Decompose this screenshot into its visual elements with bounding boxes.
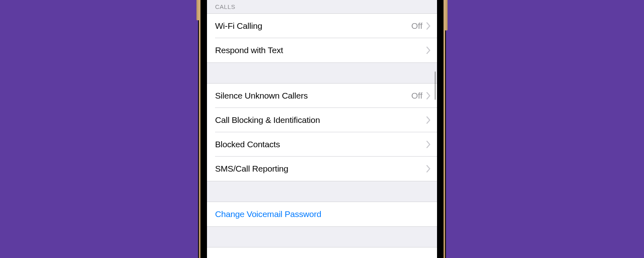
row-label: Silence Unknown Callers — [215, 91, 411, 101]
row-wifi-calling[interactable]: Wi-Fi Calling Off — [207, 14, 437, 38]
row-placeholder[interactable] — [207, 247, 437, 258]
row-silence-unknown-callers[interactable]: Silence Unknown Callers Off — [207, 84, 437, 108]
row-blocked-contacts[interactable]: Blocked Contacts — [207, 132, 437, 157]
row-label: SMS/Call Reporting — [215, 164, 426, 174]
row-label: Respond with Text — [215, 45, 426, 55]
power-button — [445, 0, 448, 30]
chevron-right-icon — [426, 47, 431, 54]
volume-button — [196, 0, 199, 20]
group-spacer — [207, 227, 437, 247]
group-spacer — [207, 181, 437, 202]
settings-screen: CALLS Wi-Fi Calling Off Respond with Tex… — [207, 0, 437, 258]
phone-frame: CALLS Wi-Fi Calling Off Respond with Tex… — [198, 0, 446, 258]
row-respond-with-text[interactable]: Respond with Text — [207, 38, 437, 62]
row-action-label: Change Voicemail Password — [215, 209, 321, 219]
row-label: Call Blocking & Identification — [215, 115, 426, 125]
group-spacer — [207, 63, 437, 83]
row-value: Off — [411, 21, 422, 31]
settings-group-voicemail: Change Voicemail Password — [207, 202, 437, 227]
chevron-right-icon — [426, 116, 431, 124]
row-change-voicemail-password[interactable]: Change Voicemail Password — [207, 202, 437, 226]
settings-group-calls: Wi-Fi Calling Off Respond with Text — [207, 13, 437, 63]
scrollbar-thumb[interactable] — [435, 71, 436, 100]
chevron-right-icon — [426, 141, 431, 148]
chevron-right-icon — [426, 165, 431, 172]
row-value: Off — [411, 91, 422, 101]
settings-group-silence: Silence Unknown Callers Off Call Blockin… — [207, 83, 437, 181]
settings-group-next — [207, 247, 437, 258]
chevron-right-icon — [426, 22, 431, 30]
row-label: Blocked Contacts — [215, 140, 426, 149]
row-sms-call-reporting[interactable]: SMS/Call Reporting — [207, 157, 437, 181]
row-call-blocking-identification[interactable]: Call Blocking & Identification — [207, 108, 437, 132]
row-label: Wi-Fi Calling — [215, 21, 411, 31]
section-header-calls: CALLS — [207, 0, 437, 13]
chevron-right-icon — [426, 92, 431, 99]
